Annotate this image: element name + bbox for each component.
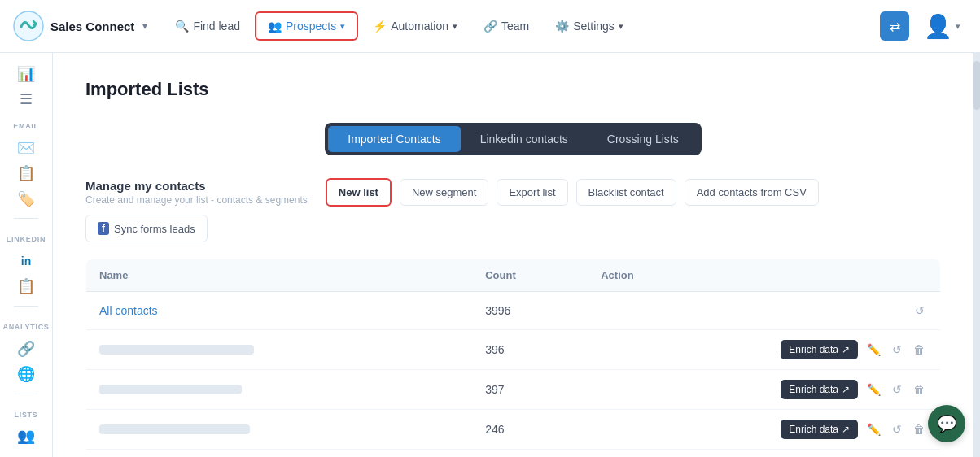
row-action-cell: ↺ [588,292,940,330]
sidebar-item-email[interactable]: ✉️ [8,137,44,159]
logo-area[interactable]: Sales Connect ▾ [13,11,147,41]
sync-forms-leads-button[interactable]: f Sync forms leads [85,215,208,242]
contacts-table: Name Count Action All contacts 3996 ↺ [85,259,941,457]
row-action-cell: Enrich data ↗ ✏️ ↺ 🗑 [588,330,940,370]
enrich-data-button[interactable]: Enrich data ↗ [781,420,858,439]
new-segment-button[interactable]: New segment [400,179,488,206]
user-chevron-icon: ▾ [956,21,960,32]
automation-icon: ⚡ [373,20,387,33]
nav-find-lead-label: Find lead [193,20,240,33]
table-row: All contacts 3996 ↺ [86,292,941,330]
table-header: Name Count Action [86,259,941,292]
page-title: Imported Lists [85,79,941,100]
settings-icon: ⚙️ [555,20,569,33]
table-row: 196 Enrich data ↗ ✏️ ↺ 🗑 [86,450,941,458]
refresh-button[interactable]: ↺ [890,420,904,438]
enrich-data-button[interactable]: Enrich data ↗ [781,340,858,359]
sidebar-item-lists[interactable]: 👥 [8,425,44,447]
tab-imported-contacts[interactable]: Imported Contacts [328,126,460,152]
refresh-button[interactable]: ↺ [912,302,927,320]
row-count-cell: 3996 [472,292,588,330]
sidebar-divider-3 [14,394,38,394]
sidebar-item-linkedin[interactable]: in [8,250,44,272]
chat-bubble[interactable]: 💬 [928,405,965,442]
delete-button[interactable]: 🗑 [911,341,927,359]
nav-team-label: Team [501,20,529,33]
table-row: 246 Enrich data ↗ ✏️ ↺ 🗑 [86,410,941,450]
nav-settings[interactable]: ⚙️ Settings ▾ [544,13,635,39]
row-name-cell [86,370,473,410]
sidebar-email-label: EMAIL [13,122,39,130]
row-action-cell: Enrich data ↗ ✏️ ↺ 🗑 [588,450,940,458]
main-layout: 📊 ☰ EMAIL ✉️ 📋 🏷️ LINKEDIN in 📋 ANALYTIC… [0,53,980,457]
blacklist-contact-button[interactable]: Blacklist contact [576,179,676,206]
all-contacts-link[interactable]: All contacts [99,304,158,317]
sidebar: 📊 ☰ EMAIL ✉️ 📋 🏷️ LINKEDIN in 📋 ANALYTIC… [0,53,53,457]
tab-crossing-lists[interactable]: Crossing Lists [588,126,698,152]
table-row: 396 Enrich data ↗ ✏️ ↺ 🗑 [86,330,941,370]
edit-button[interactable]: ✏️ [864,381,883,398]
row-count-cell: 396 [472,330,588,370]
row-actions: ↺ [601,302,927,320]
table-body: All contacts 3996 ↺ 396 [86,292,941,458]
manage-title-area: Manage my contacts Create and manage you… [85,179,308,206]
delete-button[interactable]: 🗑 [911,381,927,398]
row-count-cell: 397 [472,370,588,410]
row-actions: Enrich data ↗ ✏️ ↺ 🗑 [601,420,927,439]
add-contacts-csv-button[interactable]: Add contacts from CSV [685,179,819,206]
share-icon: ↗ [842,344,850,355]
scrollbar[interactable] [973,53,980,457]
manage-title: Manage my contacts [85,179,308,193]
main-content: Imported Lists Imported Contacts Linkedi… [53,53,973,457]
nav-team[interactable]: 🔗 Team [472,13,540,39]
nav-right: ⇄ 👤 ▾ [880,10,967,43]
facebook-icon: f [98,222,109,235]
export-list-button[interactable]: Export list [497,179,567,206]
brand-chevron-icon: ▾ [142,20,147,32]
nav-automation-label: Automation [391,20,448,33]
settings-chevron-icon: ▾ [619,21,623,32]
refresh-button[interactable]: ↺ [890,341,904,359]
sidebar-item-analytics-link[interactable]: 🔗 [8,337,44,359]
sidebar-item-menu[interactable]: ☰ [8,88,44,110]
row-name-cell [86,410,473,450]
enrich-data-button[interactable]: Enrich data ↗ [781,380,858,399]
new-list-button[interactable]: New list [326,178,392,207]
sidebar-item-analytics-globe[interactable]: 🌐 [8,363,44,385]
row-name-cell [86,330,473,370]
row-count-cell: 246 [472,410,588,450]
sidebar-item-chart[interactable]: 📊 [8,63,44,85]
col-count: Count [472,259,588,292]
sidebar-item-email-tag[interactable]: 🏷️ [8,188,44,210]
sidebar-lists-label: LISTS [14,411,37,419]
row-actions: Enrich data ↗ ✏️ ↺ 🗑 [601,340,927,359]
delete-button[interactable]: 🗑 [911,420,927,438]
row-name-cell [86,450,473,458]
name-skeleton [99,424,250,434]
sidebar-item-linkedin-list[interactable]: 📋 [8,276,44,298]
manage-subtitle: Create and manage your list - contacts &… [85,194,308,206]
share-icon: ↗ [842,424,850,435]
logo-icon [13,11,44,41]
tabs-bar: Imported Contacts Linkedin contacts Cros… [325,123,702,155]
filter-button[interactable]: ⇄ [880,11,909,41]
sidebar-item-email-list[interactable]: 📋 [8,162,44,184]
edit-button[interactable]: ✏️ [864,341,883,359]
col-name: Name [86,259,473,292]
nav-automation[interactable]: ⚡ Automation ▾ [361,13,469,39]
user-menu[interactable]: 👤 ▾ [917,10,967,43]
name-skeleton [99,345,254,355]
brand-name: Sales Connect [50,20,134,33]
sync-forms-leads-label: Sync forms leads [114,223,195,235]
nav-find-lead[interactable]: 🔍 Find lead [164,13,252,39]
edit-button[interactable]: ✏️ [864,420,883,438]
tab-linkedin-contacts[interactable]: Linkedin contacts [461,126,588,152]
team-icon: 🔗 [483,20,497,33]
refresh-button[interactable]: ↺ [890,381,904,398]
nav-prospects[interactable]: 👥 Prospects ▾ [255,11,358,41]
sidebar-analytics-label: ANALYTICS [2,323,49,331]
enrich-data-label: Enrich data [789,344,838,355]
row-name-cell: All contacts [86,292,473,330]
row-action-cell: Enrich data ↗ ✏️ ↺ 🗑 [588,370,940,410]
sidebar-divider-1 [14,218,38,219]
